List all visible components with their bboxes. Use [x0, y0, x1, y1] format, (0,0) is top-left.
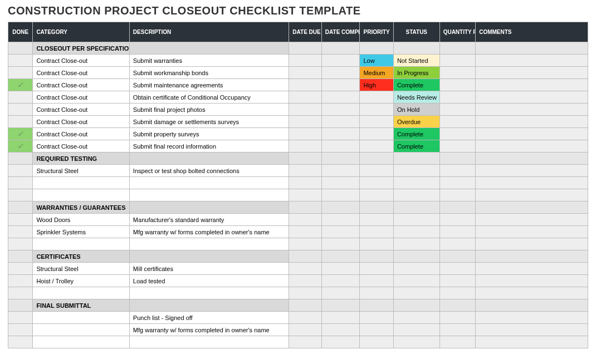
- cell-quantity[interactable]: [439, 189, 476, 201]
- cell-status[interactable]: Complete: [393, 128, 439, 140]
- cell-date-completed[interactable]: [321, 312, 360, 324]
- cell-status[interactable]: [393, 336, 439, 348]
- cell-date-completed[interactable]: [321, 79, 360, 91]
- cell-priority[interactable]: [360, 336, 394, 348]
- cell-date-due[interactable]: [289, 116, 322, 128]
- cell-status[interactable]: On Hold: [393, 104, 439, 116]
- cell-quantity[interactable]: [439, 275, 476, 287]
- cell-status[interactable]: [393, 238, 439, 250]
- cell-comments[interactable]: [476, 104, 588, 116]
- cell-description[interactable]: Obtain certificate of Conditional Occupa…: [129, 91, 289, 104]
- cell-priority[interactable]: [360, 165, 394, 177]
- cell-category[interactable]: Sprinkler Systems: [33, 226, 129, 238]
- cell-comments[interactable]: [476, 189, 588, 201]
- cell-priority[interactable]: [360, 287, 394, 299]
- cell-description[interactable]: [129, 336, 289, 348]
- cell-comments[interactable]: [476, 214, 588, 226]
- cell-date-completed[interactable]: [321, 226, 360, 238]
- cell-comments[interactable]: [476, 238, 588, 250]
- cell-quantity[interactable]: [439, 140, 476, 153]
- cell-date-completed[interactable]: [321, 67, 360, 79]
- cell-status[interactable]: Not Started: [393, 55, 439, 67]
- cell-description[interactable]: Manufacturer's standard warranty: [129, 214, 289, 226]
- cell-date-completed[interactable]: [321, 140, 360, 153]
- cell-description[interactable]: Mill certificates: [129, 263, 289, 275]
- cell-date-due[interactable]: [289, 214, 322, 226]
- cell-priority[interactable]: [360, 324, 394, 336]
- cell-description[interactable]: Submit final project photos: [129, 104, 289, 116]
- cell-done[interactable]: [8, 214, 33, 226]
- cell-done[interactable]: [8, 91, 33, 104]
- cell-category[interactable]: Hoist / Trolley: [33, 275, 129, 287]
- cell-description[interactable]: Submit warranties: [129, 55, 289, 67]
- cell-date-due[interactable]: [289, 238, 322, 250]
- cell-date-due[interactable]: [289, 275, 322, 287]
- cell-priority[interactable]: [360, 177, 394, 189]
- cell-description[interactable]: [129, 177, 289, 189]
- cell-status[interactable]: [393, 263, 439, 275]
- cell-date-completed[interactable]: [321, 336, 360, 348]
- cell-comments[interactable]: [476, 324, 588, 336]
- cell-quantity[interactable]: [439, 324, 476, 336]
- cell-date-completed[interactable]: [321, 214, 360, 226]
- cell-done[interactable]: [8, 116, 33, 128]
- cell-status[interactable]: Needs Review: [393, 91, 439, 104]
- cell-date-due[interactable]: [289, 165, 322, 177]
- cell-date-completed[interactable]: [321, 275, 360, 287]
- cell-date-due[interactable]: [289, 91, 322, 104]
- cell-quantity[interactable]: [439, 79, 476, 91]
- cell-comments[interactable]: [476, 312, 588, 324]
- cell-date-due[interactable]: [289, 128, 322, 140]
- cell-done[interactable]: [8, 55, 33, 67]
- cell-done[interactable]: ✓: [8, 140, 33, 153]
- cell-category[interactable]: [33, 312, 129, 324]
- cell-description[interactable]: [129, 189, 289, 201]
- cell-category[interactable]: Wood Doors: [33, 214, 129, 226]
- cell-comments[interactable]: [476, 263, 588, 275]
- cell-date-due[interactable]: [289, 226, 322, 238]
- cell-quantity[interactable]: [439, 165, 476, 177]
- cell-status[interactable]: [393, 324, 439, 336]
- cell-priority[interactable]: [360, 128, 394, 140]
- cell-date-completed[interactable]: [321, 287, 360, 299]
- cell-done[interactable]: ✓: [8, 79, 33, 91]
- cell-date-completed[interactable]: [321, 189, 360, 201]
- cell-description[interactable]: Mfg warranty w/ forms completed in owner…: [129, 226, 289, 238]
- cell-description[interactable]: [129, 238, 289, 250]
- cell-quantity[interactable]: [439, 104, 476, 116]
- cell-priority[interactable]: [360, 238, 394, 250]
- cell-date-due[interactable]: [289, 336, 322, 348]
- cell-date-due[interactable]: [289, 312, 322, 324]
- cell-date-completed[interactable]: [321, 177, 360, 189]
- cell-status[interactable]: [393, 214, 439, 226]
- cell-date-completed[interactable]: [321, 238, 360, 250]
- cell-quantity[interactable]: [439, 312, 476, 324]
- cell-category[interactable]: Contract Close-out: [33, 116, 129, 128]
- cell-done[interactable]: [8, 177, 33, 189]
- cell-category[interactable]: Contract Close-out: [33, 104, 129, 116]
- cell-description[interactable]: Submit damage or settlements surveys: [129, 116, 289, 128]
- cell-description[interactable]: Submit workmanship bonds: [129, 67, 289, 79]
- cell-status[interactable]: [393, 312, 439, 324]
- cell-priority[interactable]: Low: [360, 55, 394, 67]
- cell-status[interactable]: Overdue: [393, 116, 439, 128]
- cell-priority[interactable]: [360, 312, 394, 324]
- cell-date-completed[interactable]: [321, 55, 360, 67]
- cell-date-due[interactable]: [289, 287, 322, 299]
- cell-status[interactable]: In Progress: [393, 67, 439, 79]
- cell-category[interactable]: [33, 238, 129, 250]
- cell-comments[interactable]: [476, 336, 588, 348]
- cell-date-due[interactable]: [289, 140, 322, 153]
- cell-quantity[interactable]: [439, 67, 476, 79]
- cell-priority[interactable]: [360, 275, 394, 287]
- cell-done[interactable]: ✓: [8, 128, 33, 140]
- cell-description[interactable]: Inspect or test shop bolted connections: [129, 165, 289, 177]
- cell-status[interactable]: [393, 287, 439, 299]
- cell-date-completed[interactable]: [321, 128, 360, 140]
- cell-category[interactable]: Structural Steel: [33, 165, 129, 177]
- cell-priority[interactable]: [360, 116, 394, 128]
- cell-date-due[interactable]: [289, 67, 322, 79]
- cell-date-due[interactable]: [289, 104, 322, 116]
- cell-status[interactable]: [393, 226, 439, 238]
- cell-category[interactable]: Contract Close-out: [33, 91, 129, 104]
